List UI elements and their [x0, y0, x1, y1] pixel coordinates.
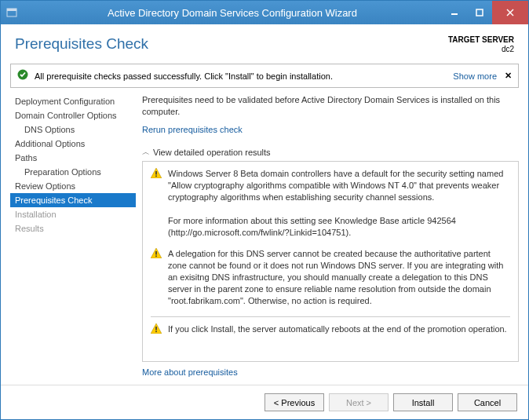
more-link[interactable]: More about prerequisites — [142, 367, 519, 378]
sidebar-item-9: Results — [10, 221, 136, 236]
install-button[interactable]: Install — [393, 393, 453, 411]
warning-text: If you click Install, the server automat… — [168, 323, 507, 335]
footer: < Previous Next > Install Cancel — [1, 385, 528, 419]
intro-text: Prerequisites need to be validated befor… — [142, 94, 519, 118]
next-button: Next > — [329, 393, 389, 411]
svg-rect-10 — [155, 256, 157, 257]
warning-icon — [151, 323, 163, 334]
window-title: Active Directory Domain Services Configu… — [23, 7, 442, 19]
svg-rect-9 — [155, 251, 157, 255]
sidebar-item-6[interactable]: Review Options — [10, 179, 136, 193]
page-title: Prerequisites Check — [15, 35, 148, 54]
svg-rect-8 — [155, 176, 157, 177]
results-panel: Windows Server 8 Beta domain controllers… — [142, 161, 519, 362]
svg-rect-11 — [155, 327, 157, 331]
cancel-button[interactable]: Cancel — [458, 393, 517, 411]
target-server: TARGET SERVER dc2 — [448, 35, 514, 54]
app-icon — [1, 7, 23, 18]
sidebar-item-3[interactable]: Additional Options — [10, 137, 136, 151]
status-bar: All prerequisite checks passed successfu… — [10, 64, 519, 88]
sidebar-item-8: Installation — [10, 207, 136, 221]
svg-rect-1 — [7, 9, 16, 11]
sidebar-item-1[interactable]: Domain Controller Options — [10, 108, 136, 122]
sidebar-item-2[interactable]: DNS Options — [10, 122, 136, 137]
close-button[interactable] — [492, 1, 528, 24]
svg-rect-7 — [155, 171, 157, 175]
warning-text: A delegation for this DNS server cannot … — [168, 248, 510, 307]
dismiss-icon[interactable]: ✕ — [505, 71, 512, 81]
previous-button[interactable]: < Previous — [264, 393, 324, 411]
target-server-name: dc2 — [448, 45, 514, 54]
status-message: All prerequisite checks passed successfu… — [35, 71, 453, 81]
titlebar: Active Directory Domain Services Configu… — [1, 1, 528, 24]
warning-text: Windows Server 8 Beta domain controllers… — [168, 168, 510, 239]
warning-icon — [151, 168, 163, 179]
main-content: Prerequisites need to be validated befor… — [142, 94, 519, 385]
warning-note-1: A delegation for this DNS server cannot … — [151, 248, 510, 307]
warning-icon — [151, 248, 163, 259]
chevron-up-icon: ︿ — [142, 147, 150, 158]
sidebar-item-7[interactable]: Prerequisites Check — [10, 193, 136, 207]
rerun-link[interactable]: Rerun prerequisites check — [142, 124, 519, 136]
maximize-button[interactable] — [467, 1, 492, 24]
minimize-button[interactable] — [442, 1, 467, 24]
sidebar: Deployment ConfigurationDomain Controlle… — [10, 94, 136, 385]
warning-note-2: If you click Install, the server automat… — [151, 323, 510, 335]
show-more-link[interactable]: Show more — [453, 71, 497, 81]
sidebar-item-0[interactable]: Deployment Configuration — [10, 94, 136, 108]
sidebar-item-5[interactable]: Preparation Options — [10, 165, 136, 179]
sidebar-item-4[interactable]: Paths — [10, 151, 136, 165]
success-icon — [17, 69, 28, 82]
svg-rect-12 — [155, 331, 157, 333]
svg-rect-3 — [476, 9, 483, 16]
results-toggle[interactable]: ︿ View detailed operation results — [142, 147, 519, 158]
target-server-label: TARGET SERVER — [448, 35, 514, 45]
results-header-label: View detailed operation results — [153, 148, 271, 157]
warning-note-0: Windows Server 8 Beta domain controllers… — [151, 168, 510, 239]
